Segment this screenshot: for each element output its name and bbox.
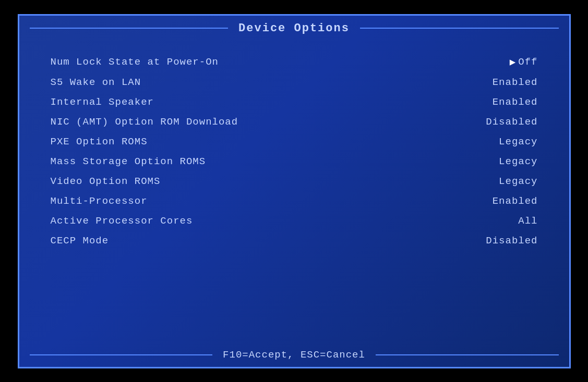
menu-item[interactable]: CECP ModeDisabled (51, 231, 538, 251)
menu-item[interactable]: NIC (AMT) Option ROM DownloadDisabled (51, 112, 538, 132)
menu-item-value: Legacy (499, 156, 537, 167)
menu-item-value: Enabled (493, 195, 538, 207)
menu-item-label: CECP Mode (51, 235, 109, 247)
menu-item-value: Enabled (493, 96, 538, 108)
menu-item-label: Video Option ROMS (51, 176, 161, 187)
menu-item-label: Num Lock State at Power-On (51, 56, 219, 68)
menu-item-value: Legacy (499, 136, 537, 147)
menu-item-label: Mass Storage Option ROMS (51, 156, 206, 167)
menu-item[interactable]: Mass Storage Option ROMSLegacy (51, 152, 538, 171)
footer-bar: F10=Accept, ESC=Cancel (19, 343, 569, 367)
menu-item-label: PXE Option ROMS (51, 136, 148, 147)
menu-item[interactable]: Multi-ProcessorEnabled (51, 191, 538, 211)
menu-item-label: NIC (AMT) Option ROM Download (51, 116, 238, 128)
menu-item-value: Legacy (499, 176, 537, 187)
title-bar: Device Options (19, 16, 569, 41)
menu-item-label: Active Processor Cores (51, 215, 193, 227)
menu-item-label: S5 Wake on LAN (51, 77, 141, 88)
menu-item[interactable]: Internal SpeakerEnabled (51, 92, 538, 112)
menu-item-value: Disabled (486, 235, 537, 247)
menu-item-value: Enabled (493, 77, 538, 88)
menu-item-label: Internal Speaker (51, 96, 154, 108)
menu-item[interactable]: Active Processor CoresAll (51, 211, 538, 231)
screen-title: Device Options (228, 22, 360, 35)
menu-item-value: All (518, 215, 537, 227)
menu-item-value: ▶Off (510, 56, 538, 68)
menu-item-value: Disabled (486, 116, 537, 128)
selection-arrow-icon: ▶ (510, 56, 516, 68)
bios-screen: Device Options Num Lock State at Power-O… (18, 14, 571, 368)
menu-content: Num Lock State at Power-On▶OffS5 Wake on… (19, 41, 569, 261)
menu-item[interactable]: PXE Option ROMSLegacy (51, 132, 538, 152)
menu-item[interactable]: S5 Wake on LANEnabled (51, 72, 538, 92)
menu-item-label: Multi-Processor (51, 195, 148, 207)
menu-item[interactable]: Video Option ROMSLegacy (51, 171, 538, 191)
menu-item[interactable]: Num Lock State at Power-On▶Off (51, 52, 538, 72)
footer-text: F10=Accept, ESC=Cancel (212, 349, 376, 361)
